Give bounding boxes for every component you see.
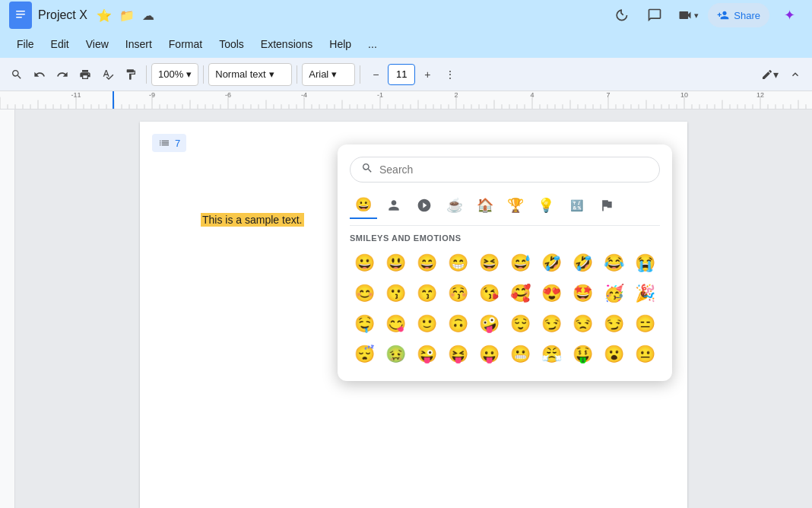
- font-size-control: − 11 +: [365, 62, 438, 87]
- emoji-item[interactable]: 😴: [350, 340, 379, 369]
- paint-format-btn[interactable]: [120, 62, 141, 87]
- emoji-item[interactable]: 🙂: [412, 310, 441, 338]
- zoom-select[interactable]: 100% ▾: [151, 63, 198, 86]
- comments-button[interactable]: [641, 2, 668, 29]
- menu-extensions[interactable]: Extensions: [253, 35, 320, 53]
- pen-btn[interactable]: ▾: [756, 62, 783, 87]
- emoji-item[interactable]: 😏: [599, 310, 628, 338]
- emoji-item[interactable]: 😝: [443, 340, 472, 369]
- cat-symbols[interactable]: 💡: [532, 192, 560, 219]
- app-icon: [9, 2, 32, 29]
- spellcheck-btn[interactable]: [97, 62, 119, 87]
- menu-more[interactable]: ...: [360, 35, 385, 53]
- emoji-item[interactable]: 😛: [474, 340, 503, 369]
- menu-view[interactable]: View: [78, 35, 116, 53]
- emoji-item[interactable]: 😐: [630, 340, 659, 369]
- side-ruler: [0, 110, 15, 508]
- emoji-item[interactable]: 🤑: [568, 340, 597, 369]
- emoji-search-input[interactable]: [379, 164, 649, 176]
- emoji-item[interactable]: 😑: [630, 310, 659, 338]
- list-number: 7: [175, 138, 180, 149]
- font-size-decrease-btn[interactable]: −: [365, 62, 386, 87]
- emoji-item[interactable]: 🤣: [568, 249, 597, 278]
- emoji-item[interactable]: 😄: [412, 249, 441, 278]
- emoji-item[interactable]: 😊: [350, 279, 379, 308]
- gemini-button[interactable]: ✦: [776, 2, 803, 29]
- emoji-item[interactable]: 🤣: [537, 249, 566, 278]
- list-handle[interactable]: 7: [152, 134, 186, 152]
- cat-smileys[interactable]: 😀: [350, 192, 377, 219]
- emoji-item[interactable]: 😅: [506, 249, 534, 278]
- emoji-category-label: SMILEYS AND EMOTIONS: [350, 233, 660, 243]
- emoji-item[interactable]: 😂: [599, 249, 628, 278]
- emoji-grid: 😀 😃 😄 😁 😆 😅 🤣 🤣 😂 😭 😊 😗 😙 😚: [350, 249, 660, 369]
- emoji-item[interactable]: 😙: [412, 279, 441, 308]
- cat-special[interactable]: 🔣: [563, 192, 590, 219]
- emoji-item[interactable]: 😮: [599, 340, 628, 369]
- emoji-item[interactable]: 🎉: [630, 279, 659, 308]
- svg-rect-1: [16, 11, 25, 12]
- doc-area: 7 This is a sample text.: [0, 110, 812, 508]
- menu-insert[interactable]: Insert: [118, 35, 160, 53]
- emoji-item[interactable]: 😁: [443, 249, 472, 278]
- emoji-item[interactable]: 🤢: [381, 340, 410, 369]
- more-toolbar-btn[interactable]: ⋮: [439, 62, 461, 87]
- font-select[interactable]: Arial ▾: [302, 63, 355, 86]
- menu-format[interactable]: Format: [161, 35, 210, 53]
- redo-btn[interactable]: [52, 62, 73, 87]
- emoji-item[interactable]: 😆: [474, 249, 503, 278]
- emoji-item[interactable]: 😗: [381, 279, 410, 308]
- emoji-item[interactable]: 😤: [537, 340, 566, 369]
- cat-activities[interactable]: [411, 192, 438, 219]
- emoji-item[interactable]: 😜: [412, 340, 441, 369]
- meet-button[interactable]: ▾: [674, 2, 702, 29]
- share-button[interactable]: Share: [708, 3, 769, 27]
- emoji-item[interactable]: 🙃: [443, 310, 472, 338]
- emoji-item[interactable]: 😍: [537, 279, 566, 308]
- emoji-item[interactable]: 😏: [537, 310, 566, 338]
- cat-objects[interactable]: 🏆: [502, 192, 529, 219]
- document-page[interactable]: 7 This is a sample text.: [140, 122, 687, 508]
- emoji-item[interactable]: 😘: [474, 279, 503, 308]
- emoji-item[interactable]: 😚: [443, 279, 472, 308]
- emoji-item[interactable]: 😭: [630, 249, 659, 278]
- menu-tools[interactable]: Tools: [211, 35, 252, 53]
- history-button[interactable]: [607, 2, 635, 29]
- font-size-increase-btn[interactable]: +: [417, 62, 438, 87]
- emoji-item[interactable]: 😬: [506, 340, 534, 369]
- undo-btn[interactable]: [29, 62, 50, 87]
- emoji-item[interactable]: 😃: [381, 249, 410, 278]
- emoji-item[interactable]: 🤪: [474, 310, 503, 338]
- emoji-item[interactable]: 😌: [506, 310, 534, 338]
- title-right-actions: ▾ Share ✦: [607, 2, 803, 29]
- menu-help[interactable]: Help: [322, 35, 359, 53]
- sample-text[interactable]: This is a sample text.: [201, 213, 304, 227]
- print-btn[interactable]: [75, 62, 96, 87]
- toolbar: 100% ▾ Normal text ▾ Arial ▾ − 11 + ⋮ ▾: [0, 58, 812, 91]
- star-icon[interactable]: ⭐: [97, 8, 112, 23]
- cat-flags[interactable]: [593, 192, 620, 219]
- cat-food[interactable]: ☕: [441, 192, 468, 219]
- toolbar-divider-2: [203, 65, 204, 84]
- cloud-icon[interactable]: ☁: [142, 8, 154, 23]
- emoji-item[interactable]: 😀: [350, 249, 379, 278]
- menu-file[interactable]: File: [9, 35, 42, 53]
- text-style-select[interactable]: Normal text ▾: [208, 63, 292, 86]
- cat-people[interactable]: [380, 192, 408, 219]
- collapse-btn[interactable]: [785, 62, 806, 87]
- emoji-item[interactable]: 🤩: [568, 279, 597, 308]
- folder-icon[interactable]: 📁: [119, 8, 135, 23]
- toolbar-divider-4: [360, 65, 360, 84]
- title-bar: Project X ⭐ 📁 ☁ ▾ Share ✦: [0, 0, 812, 30]
- emoji-item[interactable]: 🥳: [599, 279, 628, 308]
- emoji-item[interactable]: 😋: [381, 310, 410, 338]
- emoji-item[interactable]: 🤤: [350, 310, 379, 338]
- emoji-item[interactable]: 🥰: [506, 279, 534, 308]
- page-container: 7 This is a sample text.: [15, 110, 812, 508]
- font-size-input[interactable]: 11: [388, 64, 415, 85]
- menu-edit[interactable]: Edit: [43, 35, 77, 53]
- emoji-item[interactable]: 😒: [568, 310, 597, 338]
- search-toolbar-btn[interactable]: [6, 62, 27, 87]
- toolbar-divider-1: [146, 65, 147, 84]
- cat-travel[interactable]: 🏠: [471, 192, 499, 219]
